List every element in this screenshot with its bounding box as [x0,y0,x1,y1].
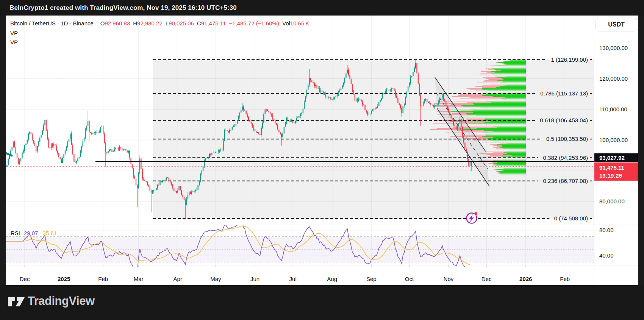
rsi-value: 29.07 [24,230,38,236]
time-axis-label: Jun [250,276,259,282]
open-label: O [100,20,105,27]
grid-lines [6,16,594,265]
rsi-axis-tick: 80.00 [599,227,614,233]
time-axis-label: 2026 [519,276,532,282]
time-axis-label: Sep [366,276,377,282]
tradingview-brand-text: TradingView [28,294,95,308]
time-axis-label: Mar [134,276,144,282]
price-axis-tick: 110,000.00 [599,106,627,112]
rsi-pane [6,223,638,271]
time-axis-label: Jul [289,276,297,282]
high-value: 92,980.22 [137,20,163,27]
volume-value: 10.65 K [290,20,309,27]
indicator-vp-1[interactable]: VP [10,30,18,36]
time-axis-label: Nov [444,276,454,282]
price-axis-tick: 120,000.00 [599,75,628,82]
low-label: L [166,20,169,27]
time-axis-label: Dec [20,276,30,282]
fib-level-label: 1 (126,199.00) [551,56,588,63]
footer-bar: TradingView [0,285,644,320]
time-axis-label: Dec [481,276,492,282]
close-value: 91,475.11 [201,20,226,27]
currency-toggle-button[interactable]: USDT [596,18,637,31]
time-axis-label: Aug [327,276,337,282]
rsi-legend[interactable]: RSI29.0735.61 [11,230,57,236]
fib-level-label: 0.382 (94,253.96) [543,155,588,161]
watermark-bar: BeInCrypto1 created with TradingView.com… [0,0,644,16]
time-axis-label: Feb [560,276,570,282]
watermark-text: BeInCrypto1 created with TradingView.com… [9,4,237,12]
fib-level-label: 0.5 (100,353.50) [546,136,588,142]
volume-label: Vol [282,20,290,27]
price-level-tag: 93,027.92 [594,153,638,162]
price-axis-tick: 130,000.00 [599,45,628,51]
bar-countdown: 13:19:26 [599,172,638,180]
fib-level-label: 0.236 (86,707.08) [543,178,588,184]
low-value: 90,025.06 [169,20,194,27]
fib-level-label: 0.786 (115,137.13) [540,90,588,97]
price-level-value: 93,027.92 [599,155,638,161]
rsi-ma-value: 35.61 [43,230,57,236]
time-axis-label: Feb [98,276,108,282]
last-price-tag: 91,475.11 13:19:26 [594,162,638,181]
rsi-axis-tick: 40.00 [599,252,614,259]
rsi-label: RSI [11,230,20,236]
change-value: −1,485.72 (−1.60%) [229,20,279,27]
time-axis-label: Apr [174,276,182,282]
tradingview-logo-icon [7,297,25,307]
fib-level-label: 0 (74,508.00) [554,215,588,222]
chart-plot-area[interactable]: 1 (126,199.00)0.786 (115,137.13)0.618 (1… [6,16,638,285]
high-label: H [133,20,137,27]
tradingview-chart-screenshot: BeInCrypto1 created with TradingView.com… [0,0,644,320]
last-price-value: 91,475.11 [599,164,638,172]
symbol-header[interactable]: Bitcoin / TetherUS · 1D · BinanceO92,960… [10,20,309,27]
price-axis-tick: 80,000.00 [599,198,625,204]
time-axis-label: Oct [405,276,414,282]
time-axis-label: 2025 [58,276,70,282]
price-axis-tick: 100,000.00 [599,137,628,143]
open-value: 92,960.83 [105,20,130,27]
time-axis-label: May [210,276,221,282]
fib-level-label: 0.618 (106,453.04) [540,117,588,123]
indicator-vp-2[interactable]: VP [10,39,18,45]
close-label: C [197,20,201,27]
symbol-title[interactable]: Bitcoin / TetherUS · 1D · Binance [10,20,94,27]
